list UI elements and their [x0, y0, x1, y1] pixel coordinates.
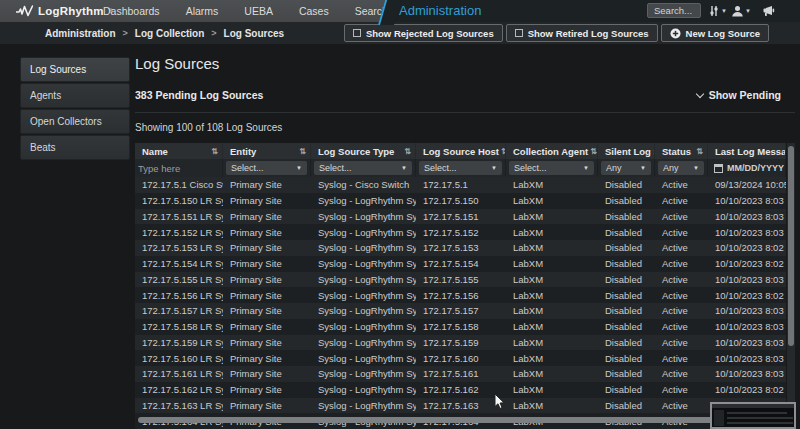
- cell-log-source-host: 172.17.5.151: [416, 209, 506, 225]
- table-row[interactable]: 172.17.5.155 LR Sysl...Primary SiteSyslo…: [135, 272, 786, 288]
- vertical-scrollbar[interactable]: [787, 143, 795, 417]
- cell-name: 172.17.5.150 LR Sysl...: [135, 193, 223, 209]
- announcements-button[interactable]: [761, 5, 775, 18]
- cell-collection-agent: LabXM: [506, 256, 598, 272]
- sidebar-item-log-sources[interactable]: Log Sources: [20, 57, 130, 82]
- cell-silent-log-s: Disabled: [598, 366, 655, 382]
- filter-status-dropdown[interactable]: Any▼: [658, 161, 704, 175]
- sort-icon[interactable]: ⇅: [696, 147, 703, 156]
- column-header-last-log-message[interactable]: Last Log Message⇅: [708, 143, 786, 159]
- nav-item-dashboards[interactable]: Dashboards: [103, 5, 160, 17]
- chevron-down-icon: ▼: [721, 8, 727, 14]
- sort-icon[interactable]: ⇅: [404, 147, 411, 156]
- table-row[interactable]: 172.17.5.161 LR Sysl...Primary SiteSyslo…: [135, 366, 786, 382]
- cell-status: Active: [655, 256, 708, 272]
- new-log-source-button[interactable]: New Log Source: [661, 24, 769, 42]
- table-filter-row: Select...▼Select...▼Select...▼Select...▼…: [135, 159, 786, 177]
- show-retired-log-sources-button[interactable]: Show Retired Log Sources: [506, 24, 658, 42]
- table-row[interactable]: 172.17.5.157 LR Sysl...Primary SiteSyslo…: [135, 303, 786, 319]
- cell-status: Active: [655, 209, 708, 225]
- cell-collection-agent: LabXM: [506, 287, 598, 303]
- filter-settings-button[interactable]: ▼: [708, 5, 727, 17]
- table-row[interactable]: 172.17.5.163 LR Sysl...Primary SiteSyslo…: [135, 398, 786, 414]
- sidebar-item-beats[interactable]: Beats: [20, 135, 130, 160]
- cell-name: 172.17.5.155 LR Sysl...: [135, 272, 223, 288]
- section-divider: [135, 112, 795, 113]
- sidebar-item-open-collectors[interactable]: Open Collectors: [20, 109, 130, 134]
- sliders-icon: [708, 5, 720, 17]
- cell-collection-agent: LabXM: [506, 303, 598, 319]
- cell-collection-agent: LabXM: [506, 398, 598, 414]
- show-pending-label: Show Pending: [709, 89, 781, 101]
- nav-item-cases[interactable]: Cases: [299, 5, 329, 17]
- dropdown-value: Select...: [319, 163, 352, 173]
- column-header-name[interactable]: Name⇅: [135, 143, 223, 159]
- column-label: Log Source Host: [423, 146, 499, 157]
- cell-log-source-host: 172.17.5.158: [416, 319, 506, 335]
- cell-entity: Primary Site: [223, 177, 311, 193]
- checkbox-unchecked-icon: [515, 29, 523, 37]
- page-title: Log Sources: [135, 55, 219, 72]
- table-row[interactable]: 172.17.5.151 LR Sysl...Primary SiteSyslo…: [135, 209, 786, 225]
- filter-collection-agent-dropdown[interactable]: Select...▼: [509, 161, 594, 175]
- column-header-collection-agent[interactable]: Collection Agent⇅: [506, 143, 598, 159]
- screen-preview-overlay[interactable]: [710, 402, 796, 429]
- filter-silent-log-dropdown[interactable]: Any▼: [601, 161, 651, 175]
- breadcrumb-item-log-collection[interactable]: Log Collection: [135, 28, 204, 39]
- column-header-log-source-host[interactable]: Log Source Host⇅: [416, 143, 506, 159]
- user-menu-button[interactable]: ▼: [731, 5, 751, 17]
- vertical-scrollbar-thumb[interactable]: [788, 146, 794, 346]
- sidebar-item-agents[interactable]: Agents: [20, 83, 130, 108]
- horizontal-scrollbar[interactable]: [136, 417, 786, 423]
- table-row[interactable]: 172.17.5.158 LR Sysl...Primary SiteSyslo…: [135, 319, 786, 335]
- cell-silent-log-s: Disabled: [598, 319, 655, 335]
- table-row[interactable]: 172.17.5.156 LR Sysl...Primary SiteSyslo…: [135, 287, 786, 303]
- breadcrumb-item-administration[interactable]: Administration: [45, 28, 116, 39]
- cell-name: 172.17.5.161 LR Sysl...: [135, 366, 223, 382]
- table-row[interactable]: 172.17.5.160 LR Sysl...Primary SiteSyslo…: [135, 350, 786, 366]
- table-row[interactable]: 172.17.5.1 Cisco Swit...Primary SiteSysl…: [135, 177, 786, 193]
- show-rejected-label: Show Rejected Log Sources: [366, 28, 494, 39]
- column-header-silent-log-s[interactable]: Silent Log S...⇅: [598, 143, 655, 159]
- filter-name-input[interactable]: [138, 162, 219, 175]
- top-navigation-bar: LogRhythm ® DashboardsAlarmsUEBACasesSea…: [0, 0, 800, 22]
- show-pending-toggle[interactable]: Show Pending: [697, 89, 781, 101]
- cell-status: Active: [655, 398, 708, 414]
- cell-status: Active: [655, 382, 708, 398]
- filter-last-log-message-date-picker[interactable]: MM/DD/YYYY: [711, 163, 784, 173]
- logrhythm-logo[interactable]: LogRhythm ®: [16, 0, 112, 22]
- table-row[interactable]: 172.17.5.152 LR Sysl...Primary SiteSyslo…: [135, 224, 786, 240]
- sort-icon[interactable]: ⇅: [590, 147, 597, 156]
- cell-log-source-type: Syslog - LogRhythm Syslog Ge...: [311, 350, 416, 366]
- column-header-log-source-type[interactable]: Log Source Type⇅: [311, 143, 416, 159]
- cell-entity: Primary Site: [223, 240, 311, 256]
- column-header-status[interactable]: Status⇅: [655, 143, 708, 159]
- filter-log-source-host-dropdown[interactable]: Select...▼: [419, 161, 502, 175]
- show-rejected-log-sources-button[interactable]: Show Rejected Log Sources: [344, 24, 503, 42]
- table-row[interactable]: 172.17.5.150 LR Sysl...Primary SiteSyslo…: [135, 193, 786, 209]
- breadcrumb-item-log-sources[interactable]: Log Sources: [224, 28, 285, 39]
- filter-log-source-type-dropdown[interactable]: Select...▼: [314, 161, 412, 175]
- breadcrumb-separator-icon: >: [123, 28, 128, 38]
- sort-icon[interactable]: ⇅: [211, 147, 218, 156]
- nav-item-alarms[interactable]: Alarms: [186, 5, 219, 17]
- table-row[interactable]: 172.17.5.162 LR Sysl...Primary SiteSyslo…: [135, 382, 786, 398]
- table-row[interactable]: 172.17.5.159 LR Sysl...Primary SiteSyslo…: [135, 335, 786, 351]
- cell-last-log-message: 10/10/2023 8:03 am: [708, 224, 786, 240]
- table-row[interactable]: 172.17.5.154 LR Sysl...Primary SiteSyslo…: [135, 256, 786, 272]
- global-search-button[interactable]: Search...: [647, 3, 701, 18]
- table-row[interactable]: 172.17.5.153 LR Sysl...Primary SiteSyslo…: [135, 240, 786, 256]
- cell-silent-log-s: Disabled: [598, 398, 655, 414]
- cell-status: Active: [655, 350, 708, 366]
- cell-log-source-host: 172.17.5.150: [416, 193, 506, 209]
- nav-item-administration-active[interactable]: Administration: [399, 3, 481, 18]
- horizontal-scrollbar-thumb[interactable]: [138, 417, 770, 423]
- cell-collection-agent: LabXM: [506, 382, 598, 398]
- new-log-source-label: New Log Source: [686, 28, 760, 39]
- filter-entity-dropdown[interactable]: Select...▼: [226, 161, 307, 175]
- sort-icon[interactable]: ⇅: [299, 147, 306, 156]
- cell-status: Active: [655, 335, 708, 351]
- nav-item-ueba[interactable]: UEBA: [244, 5, 273, 17]
- column-header-entity[interactable]: Entity⇅: [223, 143, 311, 159]
- cell-entity: Primary Site: [223, 335, 311, 351]
